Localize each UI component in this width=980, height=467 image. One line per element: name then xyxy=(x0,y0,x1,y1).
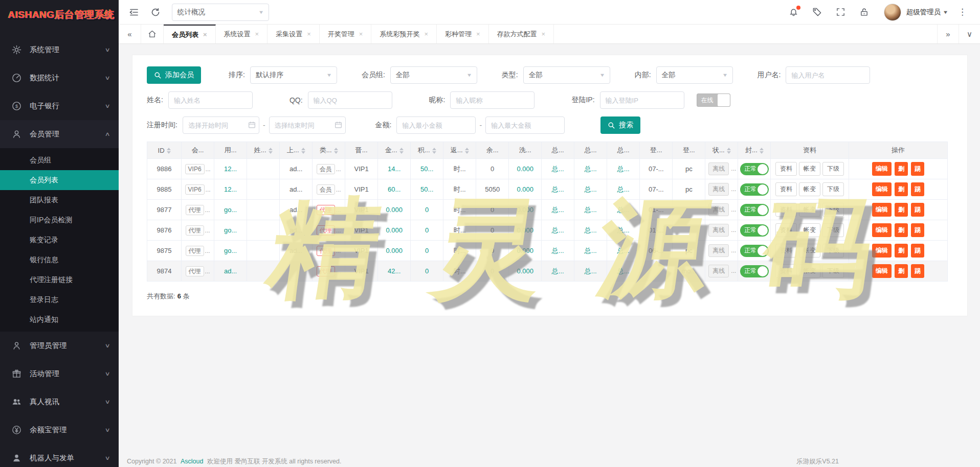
sidebar-item-余额宝管理[interactable]: 余额宝管理∨ xyxy=(0,416,119,444)
status-button[interactable]: 离线 xyxy=(708,265,729,277)
tag-icon[interactable] xyxy=(812,7,822,17)
subordinate-button[interactable]: 下级 xyxy=(822,203,844,217)
search-button[interactable]: 搜索 xyxy=(600,116,640,134)
notification-bell-icon[interactable] xyxy=(789,7,799,17)
column-header[interactable]: 上... xyxy=(280,142,313,159)
column-header[interactable]: ID xyxy=(147,142,182,159)
sort-icons[interactable] xyxy=(760,148,764,154)
delete-button[interactable]: 删 xyxy=(895,182,908,196)
tabs-scroll-left-icon[interactable]: « xyxy=(119,25,141,43)
more-menu-icon[interactable]: ⋮ xyxy=(958,7,967,17)
profile-button[interactable]: 资料 xyxy=(775,182,797,196)
fullscreen-icon[interactable] xyxy=(836,7,846,17)
tab-系统设置[interactable]: 系统设置× xyxy=(216,25,268,43)
sidebar-subitem-站内通知[interactable]: 站内通知 xyxy=(0,310,119,330)
ascloud-link[interactable]: Ascloud xyxy=(181,458,203,465)
sort-icons[interactable] xyxy=(167,148,171,154)
column-header[interactable]: 类... xyxy=(313,142,345,159)
tabs-scroll-right-icon[interactable]: » xyxy=(937,25,959,43)
edit-button[interactable]: 编辑 xyxy=(872,223,892,237)
min-amount-input[interactable] xyxy=(396,116,476,134)
edit-button[interactable]: 编辑 xyxy=(872,203,892,217)
sidebar-item-电子银行[interactable]: $电子银行∨ xyxy=(0,92,119,120)
close-icon[interactable]: × xyxy=(424,30,428,38)
kick-button[interactable]: 踢 xyxy=(911,223,924,237)
kick-button[interactable]: 踢 xyxy=(911,203,924,217)
sidebar-item-机器人与发单[interactable]: 机器人与发单∨ xyxy=(0,444,119,467)
column-header[interactable]: 封... xyxy=(738,142,771,159)
profile-button[interactable]: 资料 xyxy=(775,244,797,258)
sort-select[interactable]: 默认排序 ▼ xyxy=(250,66,337,84)
ban-toggle[interactable]: 正常 xyxy=(740,163,769,175)
home-tab-icon[interactable] xyxy=(141,25,164,43)
kick-button[interactable]: 踢 xyxy=(911,162,924,176)
edit-button[interactable]: 编辑 xyxy=(872,264,892,278)
ban-toggle[interactable]: 正常 xyxy=(740,265,769,277)
kick-button[interactable]: 踢 xyxy=(911,264,924,278)
column-header[interactable]: 返... xyxy=(443,142,476,159)
status-button[interactable]: 离线 xyxy=(708,162,729,175)
cell-username[interactable]: 12... xyxy=(214,159,247,179)
cell-username[interactable]: ad... xyxy=(214,261,247,282)
close-icon[interactable]: × xyxy=(476,30,480,38)
sort-icons[interactable] xyxy=(727,148,731,154)
profile-button[interactable]: 资料 xyxy=(775,264,797,278)
edit-button[interactable]: 编辑 xyxy=(872,244,892,258)
sidebar-item-活动管理[interactable]: 活动管理∨ xyxy=(0,360,119,388)
column-header[interactable]: 状... xyxy=(705,142,738,159)
sidebar-item-会员管理[interactable]: 会员管理∧ xyxy=(0,120,119,148)
tab-彩种管理[interactable]: 彩种管理× xyxy=(437,25,489,43)
tab-开奖管理[interactable]: 开奖管理× xyxy=(320,25,372,43)
user-name[interactable]: 超级管理员 xyxy=(906,8,941,17)
subordinate-button[interactable]: 下级 xyxy=(822,182,844,196)
close-icon[interactable]: × xyxy=(542,30,546,38)
login-ip-input[interactable] xyxy=(600,91,684,109)
profile-button[interactable]: 资料 xyxy=(775,162,797,176)
nickname-input[interactable] xyxy=(450,91,534,109)
status-button[interactable]: 离线 xyxy=(708,203,729,216)
cell-username[interactable]: go... xyxy=(214,241,247,261)
sidebar-item-数据统计[interactable]: 数据统计∨ xyxy=(0,64,119,92)
lock-icon[interactable] xyxy=(859,7,870,17)
profile-button[interactable]: 资料 xyxy=(775,203,797,217)
add-member-button[interactable]: 添加会员 xyxy=(147,66,201,84)
name-input[interactable] xyxy=(168,91,253,109)
tab-系统彩预开奖[interactable]: 系统彩预开奖× xyxy=(371,25,437,43)
subordinate-button[interactable]: 下级 xyxy=(822,162,844,176)
ban-toggle[interactable]: 正常 xyxy=(740,183,769,196)
sidebar-subitem-团队报表[interactable]: 团队报表 xyxy=(0,190,119,210)
member-group-select[interactable]: 全部 ▼ xyxy=(390,66,477,84)
cell-username[interactable]: go... xyxy=(214,220,247,241)
refresh-icon[interactable] xyxy=(150,7,161,17)
delete-button[interactable]: 删 xyxy=(895,223,908,237)
max-amount-input[interactable] xyxy=(485,116,565,134)
column-header[interactable]: 积... xyxy=(411,142,443,159)
account-change-button[interactable]: 帐变 xyxy=(799,264,820,278)
close-icon[interactable]: × xyxy=(203,31,207,38)
sort-icons[interactable] xyxy=(432,148,436,154)
username-input[interactable] xyxy=(786,66,870,84)
sidebar-subitem-登录日志[interactable]: 登录日志 xyxy=(0,290,119,310)
avatar[interactable] xyxy=(884,4,901,21)
profile-button[interactable]: 资料 xyxy=(775,223,797,237)
ban-toggle[interactable]: 正常 xyxy=(740,204,769,216)
tabs-menu-icon[interactable]: ∨ xyxy=(959,25,980,43)
delete-button[interactable]: 删 xyxy=(895,203,908,217)
sort-icons[interactable] xyxy=(465,148,469,154)
sidebar-subitem-会员列表[interactable]: 会员列表 xyxy=(0,170,119,190)
close-icon[interactable]: × xyxy=(255,30,259,38)
status-button[interactable]: 离线 xyxy=(708,224,729,237)
cell-username[interactable]: 12... xyxy=(214,179,247,200)
account-change-button[interactable]: 帐变 xyxy=(799,203,820,217)
sidebar-subitem-同IP会员检测[interactable]: 同IP会员检测 xyxy=(0,210,119,230)
sidebar-item-管理员管理[interactable]: 管理员管理∨ xyxy=(0,332,119,360)
sort-icons[interactable] xyxy=(399,148,404,154)
online-toggle[interactable]: 在线 xyxy=(697,94,730,107)
sidebar-item-系统管理[interactable]: 系统管理∨ xyxy=(0,36,119,64)
tab-采集设置[interactable]: 采集设置× xyxy=(268,25,320,43)
close-icon[interactable]: × xyxy=(307,30,311,38)
status-button[interactable]: 离线 xyxy=(708,244,729,257)
delete-button[interactable]: 删 xyxy=(895,162,908,176)
sidebar-subitem-代理注册链接[interactable]: 代理注册链接 xyxy=(0,270,119,290)
account-change-button[interactable]: 帐变 xyxy=(799,244,820,258)
